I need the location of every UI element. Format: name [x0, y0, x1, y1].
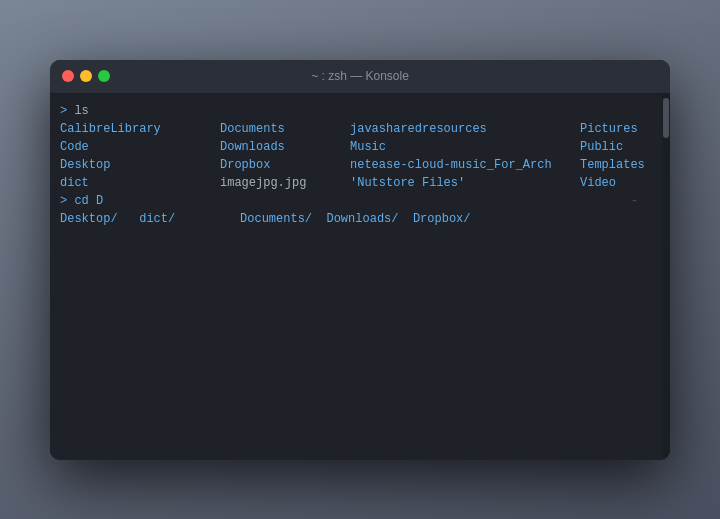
ls-cell: Templates	[580, 156, 662, 174]
ls-cell: imagejpg.jpg	[220, 174, 350, 192]
window-title: ~ : zsh — Konsole	[311, 69, 409, 83]
titlebar: ~ : zsh — Konsole	[50, 60, 670, 94]
traffic-lights	[62, 70, 110, 82]
command-line-cd: > cd D -	[60, 192, 652, 210]
cmd-cd: cd D	[74, 192, 103, 210]
autocomplete-dropbox: Dropbox/	[413, 210, 471, 228]
dash-indicator: -	[631, 192, 638, 210]
ls-grid: CalibreLibrary Documents javasharedresou…	[60, 120, 652, 192]
ls-cell: CalibreLibrary	[60, 120, 220, 138]
ls-cell: Video	[580, 174, 662, 192]
close-button[interactable]	[62, 70, 74, 82]
terminal-content[interactable]: > ls CalibreLibrary Documents javashared…	[50, 94, 662, 460]
autocomplete-downloads: Downloads/	[326, 210, 412, 228]
minimize-button[interactable]	[80, 70, 92, 82]
scrollbar[interactable]	[662, 94, 670, 460]
ls-cell: Code	[60, 138, 220, 156]
ls-cell: netease-cloud-music_For_Arch	[350, 156, 580, 174]
autocomplete-dict: dict/	[139, 210, 240, 228]
ls-cell: Desktop	[60, 156, 220, 174]
command-line-ls: > ls	[60, 102, 652, 120]
ls-cell: Downloads	[220, 138, 350, 156]
ls-cell: Documents	[220, 120, 350, 138]
content-wrapper: > ls CalibreLibrary Documents javashared…	[50, 94, 670, 460]
cmd-ls: ls	[74, 102, 88, 120]
ls-cell: Public	[580, 138, 662, 156]
terminal-window: ~ : zsh — Konsole > ls CalibreLibrary Do…	[50, 60, 670, 460]
autocomplete-desktop: Desktop/	[60, 210, 139, 228]
maximize-button[interactable]	[98, 70, 110, 82]
prompt-ls: >	[60, 102, 74, 120]
scrollbar-thumb[interactable]	[663, 98, 669, 138]
ls-cell: dict	[60, 174, 220, 192]
prompt-cd: >	[60, 192, 74, 210]
ls-cell: 'Nutstore Files'	[350, 174, 580, 192]
ls-cell: Dropbox	[220, 156, 350, 174]
autocomplete-output: Desktop/ dict/ Documents/ Downloads/ Dro…	[60, 210, 652, 228]
autocomplete-documents: Documents/	[240, 210, 326, 228]
ls-cell: javasharedresources	[350, 120, 580, 138]
ls-cell: Music	[350, 138, 580, 156]
ls-output: CalibreLibrary Documents javasharedresou…	[60, 120, 652, 192]
ls-cell: Pictures	[580, 120, 662, 138]
